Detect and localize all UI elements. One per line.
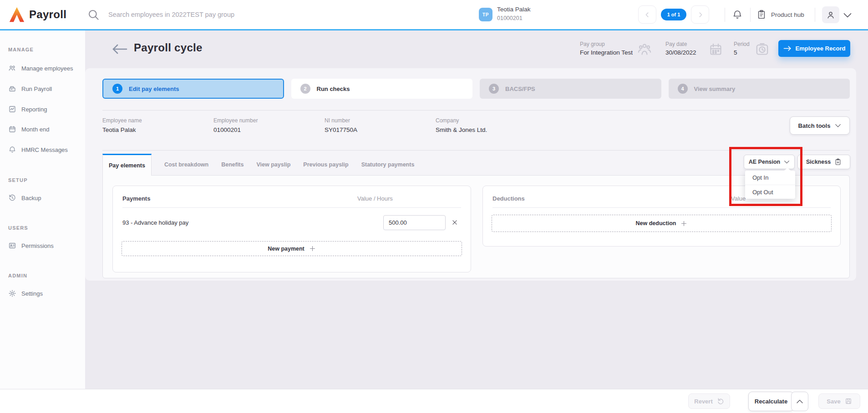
new-payment-label: New payment — [268, 246, 305, 252]
tab-pay-elements[interactable]: Pay elements — [102, 154, 152, 176]
bottom-action-bar: Revert Recalculate Save — [0, 389, 868, 413]
sidebar-section-admin: ADMIN — [8, 273, 27, 278]
employee-name-field: Employee name Teotia Palak — [102, 117, 142, 133]
divider — [102, 110, 850, 111]
sidebar-item-manage-employees[interactable]: Manage employees — [8, 63, 73, 73]
payroll-till-icon — [8, 85, 16, 93]
sidebar-item-backup[interactable]: Backup — [8, 193, 41, 203]
divider — [725, 8, 725, 22]
new-deduction-button[interactable]: New deduction — [492, 215, 832, 232]
step-view-summary: 4 View summary — [669, 79, 850, 99]
menu-item-opt-in[interactable]: Opt In — [745, 171, 795, 185]
ae-pension-dropdown-button[interactable]: AE Pension — [744, 155, 795, 169]
payment-row: 93 - Advance holiday pay — [122, 215, 464, 230]
deductions-title: Deductions — [492, 195, 525, 202]
notifications-bell-icon[interactable] — [732, 9, 743, 20]
chart-icon — [8, 105, 16, 113]
new-deduction-label: New deduction — [636, 220, 676, 227]
payment-name: 93 - Advance holiday pay — [122, 219, 383, 226]
account-button[interactable] — [822, 6, 839, 23]
pay-elements-panel: Payments Value / Hours 93 - Advance holi… — [102, 175, 850, 278]
tab-bar: Pay elements Cost breakdown Benefits Vie… — [102, 154, 427, 175]
expand-options-button[interactable] — [791, 392, 808, 411]
stepper: 1 Edit pay elements 2 Run checks 3 BACS/… — [102, 79, 850, 99]
field-value: Teotia Palak — [102, 126, 142, 133]
sidebar-item-label: Settings — [21, 290, 43, 297]
step-edit-pay-elements[interactable]: 1 Edit pay elements — [102, 79, 284, 99]
sickness-button[interactable]: Sickness — [797, 155, 850, 169]
step-label: Edit pay elements — [129, 86, 179, 92]
undo-icon — [717, 398, 724, 405]
revert-label: Revert — [694, 398, 712, 405]
avatar[interactable]: TP — [479, 8, 492, 21]
clipboard-plus-icon — [834, 158, 842, 166]
sidebar-item-label: Run Payroll — [21, 86, 52, 92]
pay-group-people-icon — [636, 42, 653, 57]
sidebar-item-settings[interactable]: Settings — [8, 288, 43, 298]
menu-notch — [784, 168, 791, 171]
id-badge-icon — [8, 242, 16, 250]
step-label: View summary — [694, 86, 736, 92]
bell-icon — [8, 146, 16, 154]
top-bar: Payroll TP Teotia Palak 01000201 1 of 1 … — [0, 0, 868, 30]
tab-view-payslip[interactable]: View payslip — [257, 154, 291, 175]
sidebar-item-permissions[interactable]: Permissions — [8, 241, 54, 251]
pay-date-label: Pay date — [665, 41, 687, 47]
payroll-cycle-card: 1 Edit pay elements 2 Run checks 3 BACS/… — [85, 68, 856, 281]
payment-value-input[interactable] — [383, 215, 446, 230]
chevron-right-icon — [697, 11, 704, 18]
search-icon[interactable] — [87, 9, 100, 21]
app-name: Payroll — [29, 8, 66, 21]
recalculate-label: Recalculate — [755, 398, 787, 405]
next-employee-button[interactable] — [691, 5, 709, 24]
divider — [492, 207, 831, 208]
employee-number-field: Employee number 01000201 — [213, 117, 258, 133]
pay-group-label: Pay group — [580, 41, 605, 47]
sidebar: MANAGE Manage employees Run Payroll Repo… — [0, 30, 85, 389]
history-icon — [8, 194, 16, 202]
search-input[interactable] — [108, 5, 391, 24]
pay-date-value: 30/08/2022 — [665, 49, 696, 56]
new-payment-button[interactable]: New payment — [122, 241, 462, 256]
remove-payment-button[interactable] — [446, 219, 464, 226]
sidebar-item-label: Permissions — [21, 242, 54, 249]
account-chevron-down-icon[interactable] — [843, 12, 852, 19]
payments-title: Payments — [122, 195, 150, 202]
product-hub-link[interactable]: Product hub — [771, 11, 804, 18]
user-number: 01000201 — [497, 15, 523, 21]
revert-button[interactable]: Revert — [688, 393, 730, 409]
chevron-left-icon — [644, 11, 651, 18]
employee-record-button[interactable]: Employee Record — [778, 40, 850, 57]
step-number-badge: 4 — [678, 84, 688, 94]
period-label: Period — [734, 41, 750, 47]
tab-statutory-payments[interactable]: Statutory payments — [361, 154, 415, 175]
step-number-badge: 3 — [489, 84, 499, 94]
divider — [815, 8, 815, 22]
step-bacs-fps: 3 BACS/FPS — [480, 79, 661, 99]
plus-icon — [680, 220, 687, 227]
sidebar-item-month-end[interactable]: Month end — [8, 124, 49, 134]
save-button[interactable]: Save — [818, 393, 860, 409]
previous-employee-button[interactable] — [638, 5, 656, 24]
sidebar-item-reporting[interactable]: Reporting — [8, 104, 47, 114]
tab-previous-payslip[interactable]: Previous payslip — [303, 154, 348, 175]
arrow-right-icon — [783, 45, 792, 51]
product-hub-icon[interactable] — [756, 10, 766, 20]
step-run-checks[interactable]: 2 Run checks — [291, 79, 473, 99]
batch-tools-button[interactable]: Batch tools — [790, 116, 850, 135]
divider — [750, 8, 751, 22]
tab-benefits[interactable]: Benefits — [221, 154, 244, 175]
step-label: Run checks — [317, 86, 350, 92]
sidebar-item-label: Month end — [21, 126, 49, 133]
back-arrow-icon[interactable] — [112, 43, 128, 55]
payments-panel: Payments Value / Hours 93 - Advance holi… — [112, 186, 471, 272]
chevron-up-icon — [796, 399, 803, 404]
menu-item-opt-out[interactable]: Opt Out — [745, 185, 795, 199]
sidebar-item-run-payroll[interactable]: Run Payroll — [8, 84, 52, 94]
pay-date-calendar-icon — [708, 42, 723, 57]
recalculate-button[interactable]: Recalculate — [748, 392, 794, 411]
sidebar-item-hmrc-messages[interactable]: HMRC Messages — [8, 145, 68, 155]
calendar-icon — [8, 125, 16, 133]
chevron-down-icon — [784, 160, 790, 164]
tab-cost-breakdown[interactable]: Cost breakdown — [164, 154, 208, 175]
